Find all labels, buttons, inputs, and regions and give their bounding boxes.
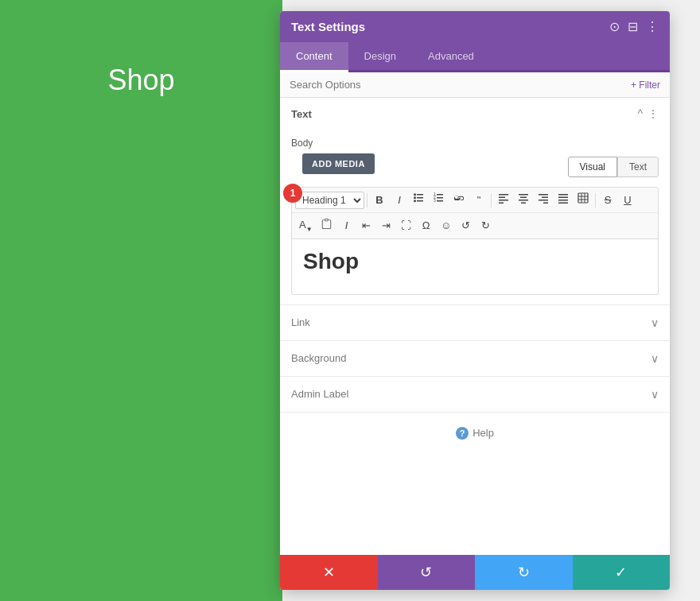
svg-rect-14 [499,200,508,201]
svg-rect-17 [520,197,527,199]
align-center-button[interactable] [514,190,533,210]
toolbar-row-2: A▼ I ⇤ ⇥ ⛶ Ω ☺ ↺ ↻ [292,213,658,238]
special-char-button[interactable]: Ω [417,216,436,235]
help-icon[interactable]: ? [456,427,469,440]
outdent-button[interactable]: ⇤ [357,216,376,235]
svg-rect-8 [437,200,443,202]
filter-button[interactable]: + Filter [631,79,660,91]
link-button[interactable] [449,190,469,210]
tab-content[interactable]: Content [280,42,348,70]
svg-rect-18 [519,200,528,201]
svg-rect-25 [558,197,568,199]
panel-title: Text Settings [291,20,365,33]
indent-button[interactable]: ⇥ [377,216,396,235]
editor-content[interactable]: Shop [291,239,659,295]
blockquote-button[interactable]: " [469,191,488,210]
panel-content: Text ^ ⋮ Body ADD MEDIA Visual Text [280,98,670,555]
chevron-up-icon[interactable]: ^ [637,107,643,120]
bottom-bar: ✕ ↺ ↻ ✓ [280,555,670,590]
svg-rect-0 [417,194,423,196]
save-button[interactable]: ✓ [573,555,671,590]
italic2-button[interactable]: I [337,216,356,235]
align-left-button[interactable] [494,190,513,210]
redo-bottom-button[interactable]: ↻ [475,555,573,590]
undo-button[interactable]: ↺ [457,216,476,235]
tab-design[interactable]: Design [348,42,412,70]
section-header-icons: ^ ⋮ [637,107,659,120]
search-bar: + Filter [280,72,670,98]
ordered-list-button[interactable]: 123 [430,190,449,210]
section-spacer [280,295,670,304]
svg-rect-1 [417,197,423,199]
underline-button[interactable]: U [618,191,637,210]
section-more-icon[interactable]: ⋮ [648,107,659,120]
svg-rect-6 [437,194,443,196]
columns-icon[interactable]: ⊟ [628,19,638,34]
admin-label-section-title: Admin Label [291,388,348,400]
svg-rect-12 [499,194,508,196]
toolbar-separator [367,193,368,207]
svg-rect-26 [558,200,568,201]
link-section-title: Link [291,316,310,328]
svg-rect-16 [519,194,528,196]
unordered-list-button[interactable] [410,190,429,210]
fullscreen-button[interactable]: ⛶ [397,216,416,235]
toolbar-separator-2 [491,193,492,207]
tab-advanced[interactable]: Advanced [412,42,490,70]
text-toggle-button[interactable]: Text [617,157,659,177]
italic-button[interactable]: I [390,191,409,210]
panel-header: Text Settings ⊙ ⊟ ⋮ [280,11,670,42]
editor-h1-text: Shop [303,249,359,273]
editor-toolbar: Heading 1 Heading 2 Heading 3 Paragraph … [291,187,659,239]
background-section-title: Background [291,352,346,364]
undo-bottom-button[interactable]: ↺ [378,555,476,590]
settings-icon[interactable]: ⊙ [609,19,620,34]
svg-rect-2 [417,200,423,202]
svg-point-5 [414,200,416,202]
svg-text:3: 3 [434,198,436,203]
step-badge: 1 [283,184,302,203]
svg-rect-20 [539,194,548,196]
help-text[interactable]: Help [472,427,494,439]
svg-rect-19 [521,203,526,204]
help-row: ? Help [280,413,670,454]
align-right-button[interactable] [534,190,553,210]
link-chevron-icon: ∨ [651,316,659,329]
text-section: Text ^ ⋮ Body ADD MEDIA Visual Text [280,98,670,305]
background-shop-text: Shop [107,64,174,97]
link-section-header[interactable]: Link ∨ [280,305,670,340]
paste-button[interactable] [317,216,336,235]
cancel-button[interactable]: ✕ [280,555,378,590]
font-color-button[interactable]: A▼ [295,215,317,236]
add-media-button[interactable]: ADD MEDIA [302,153,375,174]
search-input[interactable] [290,79,631,91]
svg-rect-22 [539,200,548,201]
panel-header-icons: ⊙ ⊟ ⋮ [609,19,659,34]
background-section: Background ∨ [280,341,670,377]
background-chevron-icon: ∨ [651,352,659,365]
background-section-header[interactable]: Background ∨ [280,341,670,376]
toolbar-separator-3 [595,193,596,207]
svg-rect-21 [542,197,548,199]
svg-rect-27 [558,203,568,204]
admin-label-chevron-icon: ∨ [651,388,659,401]
emoji-button[interactable]: ☺ [437,216,456,235]
body-label: Body [280,130,670,153]
justify-button[interactable] [554,190,573,210]
background-area: Shop [0,0,282,601]
heading-select[interactable]: Heading 1 Heading 2 Heading 3 Paragraph [295,192,364,209]
bold-button[interactable]: B [370,191,389,210]
svg-point-4 [414,196,416,199]
redo-button[interactable]: ↻ [476,216,496,235]
svg-rect-15 [499,203,504,204]
visual-text-toggle: Visual Text [568,157,659,177]
more-icon[interactable]: ⋮ [646,19,659,34]
text-section-header[interactable]: Text ^ ⋮ [280,98,670,130]
toolbar-row-1: Heading 1 Heading 2 Heading 3 Paragraph … [292,188,658,213]
table-button[interactable] [574,190,593,210]
admin-label-section-header[interactable]: Admin Label ∨ [280,377,670,412]
strikethrough-button[interactable]: S [598,191,617,210]
svg-rect-13 [499,197,505,199]
visual-toggle-button[interactable]: Visual [568,157,617,177]
text-settings-panel: Text Settings ⊙ ⊟ ⋮ Content Design Advan… [280,11,670,590]
